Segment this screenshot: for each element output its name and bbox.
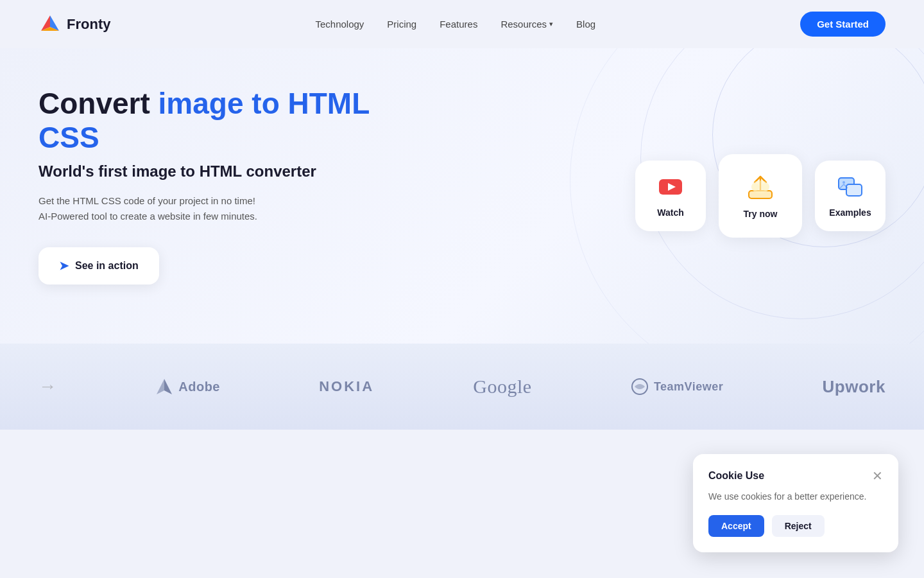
logo-text: Fronty (67, 16, 110, 33)
cookie-banner: Cookie Use ✕ We use cookies for a better… (693, 454, 898, 552)
watch-card[interactable]: Watch (635, 161, 706, 231)
hero-content: Convert image to HTML CSS World's first … (38, 87, 398, 285)
nav-item-blog[interactable]: Blog (576, 19, 595, 30)
google-logo: Google (473, 376, 531, 398)
upload-icon (746, 173, 774, 201)
nokia-logo: NOKIA (319, 378, 374, 395)
get-started-button[interactable]: Get Started (800, 12, 886, 37)
cookie-header: Cookie Use ✕ (708, 469, 883, 482)
teamviewer-logo: TeamViewer (631, 378, 723, 396)
cookie-buttons: Accept Reject (708, 515, 883, 537)
logos-section: → Adobe NOKIA Google TeamViewer Upwork (0, 344, 924, 430)
cookie-close-button[interactable]: ✕ (872, 469, 883, 482)
gallery-icon (837, 174, 863, 200)
examples-card-label: Examples (829, 207, 871, 218)
try-now-card-label: Try now (744, 209, 778, 219)
logo-icon (38, 13, 62, 36)
svg-point-8 (751, 183, 759, 191)
navbar: Fronty Technology Pricing Features Resou… (0, 0, 924, 48)
adobe-logo: Adobe (155, 378, 220, 396)
chevron-down-icon: ▾ (549, 20, 553, 28)
svg-point-14 (843, 181, 845, 184)
svg-point-9 (762, 183, 769, 191)
send-icon: ➤ (59, 259, 69, 273)
examples-card[interactable]: Examples (815, 161, 886, 231)
cookie-accept-button[interactable]: Accept (708, 515, 764, 537)
scroll-arrow-icon: → (38, 376, 56, 397)
hero-subtitle: World's first image to HTML converter (38, 162, 398, 180)
cookie-text: We use cookies for a better experience. (708, 490, 883, 504)
cookie-title: Cookie Use (708, 470, 764, 482)
svg-marker-15 (164, 379, 172, 394)
cookie-reject-button[interactable]: Reject (772, 515, 825, 537)
watch-card-label: Watch (657, 207, 683, 218)
hero-cards: Watch Try now (635, 154, 886, 238)
logo[interactable]: Fronty (38, 13, 110, 36)
nav-item-technology[interactable]: Technology (315, 19, 364, 30)
nav-item-resources[interactable]: Resources ▾ (501, 19, 553, 30)
nav-item-pricing[interactable]: Pricing (387, 19, 416, 30)
nav-links: Technology Pricing Features Resources ▾ … (315, 19, 595, 30)
try-now-card[interactable]: Try now (719, 154, 802, 238)
see-action-button[interactable]: ➤ See in action (38, 247, 159, 285)
hero-section: Convert image to HTML CSS World's first … (0, 48, 924, 344)
svg-marker-16 (157, 379, 164, 394)
teamviewer-icon (631, 378, 649, 396)
youtube-icon (658, 174, 683, 200)
nav-item-features[interactable]: Features (440, 19, 477, 30)
hero-desc: Get the HTML CSS code of your project in… (38, 193, 398, 224)
hero-title: Convert image to HTML CSS (38, 87, 398, 155)
upwork-logo: Upwork (823, 377, 886, 397)
adobe-icon (155, 378, 173, 396)
svg-rect-12 (846, 184, 862, 196)
